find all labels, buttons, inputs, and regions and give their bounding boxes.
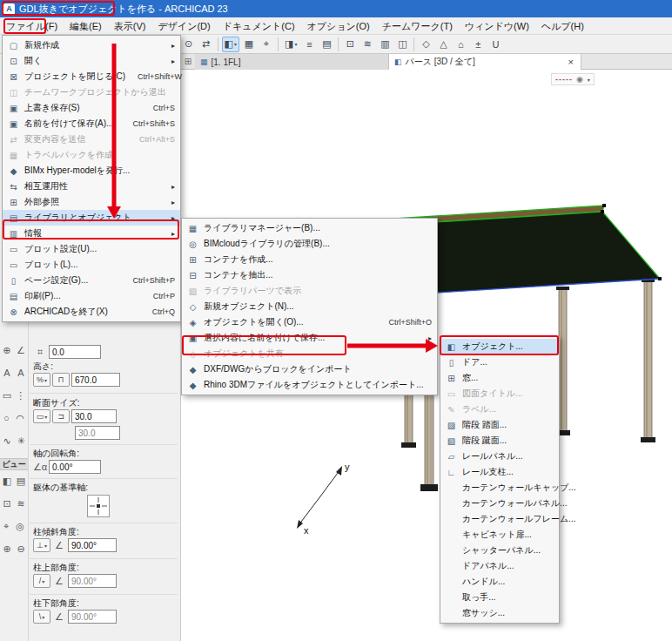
file-menu-bimx[interactable]: ◆BIMx Hyper-modelを発行...: [3, 163, 180, 179]
building-icon[interactable]: ⌂: [453, 37, 468, 52]
zoom-in-tool-icon[interactable]: ⊕: [3, 543, 10, 555]
axis-rotation-field[interactable]: 0.00°: [49, 460, 101, 474]
section-reference-button[interactable]: ⊐: [52, 409, 70, 423]
worksheet-tool-icon[interactable]: ≋: [17, 498, 24, 509]
object-tool-icon[interactable]: ◇: [418, 37, 433, 52]
file-menu-print[interactable]: ▤印刷(P)...Ctrl+P: [3, 288, 180, 304]
file-menu-interoperability[interactable]: ⇆相互運用性▸: [3, 179, 180, 194]
library-submenu-save-selection-as[interactable]: ▣選択内容に名前を付けて保存...▸: [182, 330, 437, 346]
height-reference-button[interactable]: ⊓: [52, 373, 70, 387]
menubar-item-teamwork[interactable]: チームワーク(T): [376, 17, 459, 35]
hatch-icon[interactable]: ▥: [377, 37, 393, 52]
spline-tool-icon[interactable]: ∿: [3, 435, 10, 447]
file-menu-save[interactable]: ▣上書き保存(S)Ctrl+S: [3, 100, 180, 116]
bottom-angle-field[interactable]: 90.00°: [68, 610, 117, 624]
compass-tool-icon[interactable]: ⊕: [3, 345, 10, 356]
hotspot-tool-icon[interactable]: ✳: [17, 435, 24, 447]
menubar-item-file[interactable]: ファイル(F): [0, 17, 64, 35]
camera-tool-icon[interactable]: ◧: [3, 476, 11, 487]
file-menu-close-project[interactable]: ⊠プロジェクトを閉じる(C)Ctrl+Shift+W: [3, 69, 180, 84]
menubar-item-design[interactable]: デザイン(D): [151, 17, 216, 35]
menubar-item-window[interactable]: ウィンドウ(W): [459, 17, 535, 35]
column-tool-icon[interactable]: ⋮: [16, 390, 25, 401]
section-icon[interactable]: ▤: [319, 37, 334, 52]
file-menu-plot[interactable]: ▭プロット(L)...: [3, 257, 180, 273]
section-depth-field[interactable]: 30.0: [75, 426, 120, 440]
object-submenu-window-sash[interactable]: 窓サッシ...: [440, 605, 559, 621]
lens-tool-icon[interactable]: ◎: [16, 521, 24, 532]
object-submenu-knob[interactable]: 取っ手...: [440, 590, 559, 605]
menubar-item-view[interactable]: 表示(V): [108, 17, 152, 35]
window-tool-icon[interactable]: ◫: [394, 37, 410, 52]
offset-field[interactable]: 0.0: [49, 345, 101, 359]
file-menu-exit[interactable]: ⊗ARCHICADを終了(X)Ctrl+Q: [3, 304, 180, 320]
section-shape-button[interactable]: ▭▾: [33, 409, 50, 423]
top-angle-field[interactable]: 90.00°: [68, 574, 117, 588]
label-tool-icon[interactable]: A: [17, 368, 24, 378]
library-submenu-import-dxf-blocks[interactable]: ◆DXF/DWGからブロックをインポート: [182, 361, 437, 377]
tab-perspective-3d[interactable]: ◧ パース [3D / 全て] ×: [389, 54, 581, 70]
object-submenu-cabinet-door[interactable]: キャビネット扉...: [440, 527, 559, 543]
file-menu-page-setup[interactable]: ▯ページ設定(G)...Ctrl+Shift+P: [3, 273, 180, 288]
text-tool-icon[interactable]: A: [3, 368, 10, 378]
library-submenu-import-rhino[interactable]: ◆Rhino 3DMファイルをオブジェクトとしてインポート...: [182, 377, 437, 393]
menubar-item-help[interactable]: ヘルプ(H): [535, 17, 590, 35]
menubar-item-edit[interactable]: 編集(E): [64, 17, 108, 35]
origin-icon[interactable]: ⌖: [259, 37, 274, 52]
library-submenu-open-object[interactable]: ◈オブジェクトを開く(O)...Ctrl+Shift+O: [182, 314, 437, 330]
chevron-down-icon[interactable]: ▾: [588, 77, 590, 83]
magnet-alt-icon[interactable]: U: [487, 37, 503, 52]
object-submenu-door[interactable]: ▯ドア...: [440, 354, 559, 370]
file-menu-save-as[interactable]: ▣名前を付けて保存(A)...Ctrl+Shift+S: [3, 116, 180, 132]
object-submenu-cw-panel[interactable]: カーテンウォールパネル...: [440, 496, 559, 511]
core-axis-position-widget[interactable]: [87, 495, 110, 517]
height-field[interactable]: 670.0: [71, 373, 120, 387]
mesh-icon[interactable]: ≋: [360, 37, 375, 52]
bottom-angle-mode-button[interactable]: \▾: [33, 610, 50, 624]
close-tab-icon[interactable]: ×: [567, 57, 575, 67]
tab-floor-plan[interactable]: ▦ [1. 1FL]: [195, 54, 389, 70]
zoom-out-tool-icon[interactable]: ⊖: [17, 543, 24, 555]
object-submenu-shutter-panel[interactable]: シャッターパネル...: [440, 543, 559, 558]
object-submenu-cw-frame[interactable]: カーテンウォールフレーム...: [440, 511, 559, 527]
section-width-field[interactable]: 30.0: [71, 409, 117, 423]
library-submenu-new-object[interactable]: ◇新規オブジェクト(N)...: [182, 299, 437, 314]
object-submenu-rail-panel[interactable]: ▱レールパネル...: [440, 449, 559, 464]
file-menu-plot-setup[interactable]: ▭プロット設定(U)...: [3, 241, 180, 257]
fill-icon[interactable]: ◨▾: [282, 37, 299, 52]
slant-mode-button[interactable]: ⊥▾: [33, 538, 50, 552]
arc-tool-icon[interactable]: ◠: [16, 413, 24, 424]
object-submenu-object[interactable]: ◧オブジェクト...: [440, 339, 559, 354]
tab-overview-icon[interactable]: ⊞: [181, 54, 195, 69]
roof-tool-icon[interactable]: △: [435, 37, 451, 52]
angle-tool-icon[interactable]: ∠: [17, 345, 25, 356]
slant-angle-field[interactable]: 90.00°: [68, 538, 117, 552]
zoom-icon[interactable]: ⊡: [342, 37, 358, 52]
object-submenu-rail-post[interactable]: ∟レール支柱...: [440, 464, 559, 480]
circle-tool-icon[interactable]: ○: [3, 413, 10, 424]
mirror-icon[interactable]: ⇄: [198, 37, 214, 52]
dimension-icon[interactable]: ±: [470, 37, 486, 52]
height-mode-button[interactable]: %▾: [33, 373, 50, 387]
menubar-item-document[interactable]: ドキュメント(C): [217, 17, 301, 35]
library-submenu-library-manager[interactable]: ▦ライブラリマネージャー(B)...: [182, 220, 437, 236]
section-tool-icon[interactable]: ▤: [17, 476, 25, 487]
file-menu-open[interactable]: ⊡開く▸: [3, 53, 180, 69]
detail-tool-icon[interactable]: ⊡: [3, 498, 10, 509]
top-angle-mode-button[interactable]: /▾: [33, 574, 50, 588]
object-submenu-window[interactable]: ⊞窓...: [440, 370, 559, 386]
object-submenu-door-panel[interactable]: ドアパネル...: [440, 558, 559, 574]
library-submenu-bimcloud-libraries[interactable]: ◎BIMcloudライブラリの管理(B)...: [182, 236, 437, 252]
library-submenu-extract-container[interactable]: ⊟コンテナを抽出...: [182, 267, 437, 283]
layers-icon[interactable]: ≡: [301, 37, 317, 52]
file-menu-info[interactable]: ▥情報▸: [3, 226, 180, 241]
design-options-icon[interactable]: ◧▾: [222, 37, 239, 52]
object-submenu-handle[interactable]: ハンドル...: [440, 574, 559, 590]
object-submenu-stair-tread[interactable]: ▨階段 踏面...: [440, 417, 559, 433]
menubar-item-options[interactable]: オプション(O): [301, 17, 376, 35]
marker-tool-icon[interactable]: ⌖: [3, 521, 9, 532]
file-menu-new[interactable]: ▢新規作成▸: [3, 37, 180, 53]
object-submenu-stair-riser[interactable]: ▧階段 蹴面...: [440, 433, 559, 449]
library-submenu-create-container[interactable]: ⊞コンテナを作成...: [182, 252, 437, 267]
object-submenu-cw-cap[interactable]: カーテンウォールキャップ...: [440, 480, 559, 496]
